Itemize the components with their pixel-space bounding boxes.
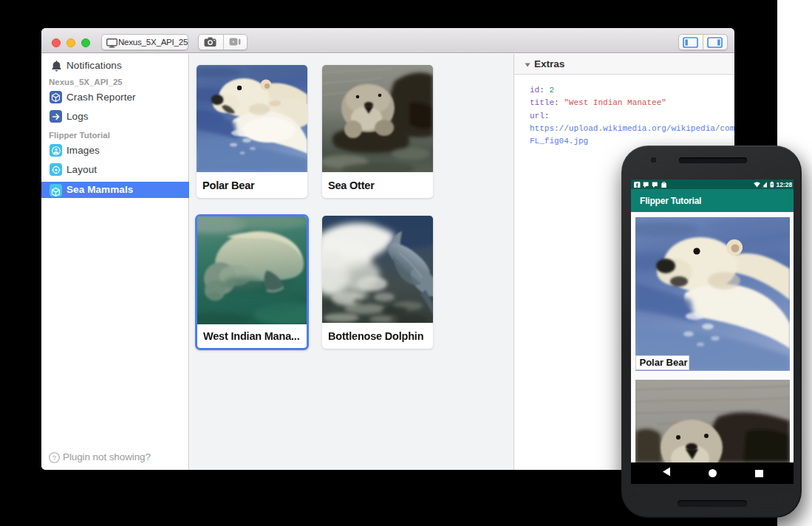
svg-text:?: ? bbox=[52, 454, 56, 462]
